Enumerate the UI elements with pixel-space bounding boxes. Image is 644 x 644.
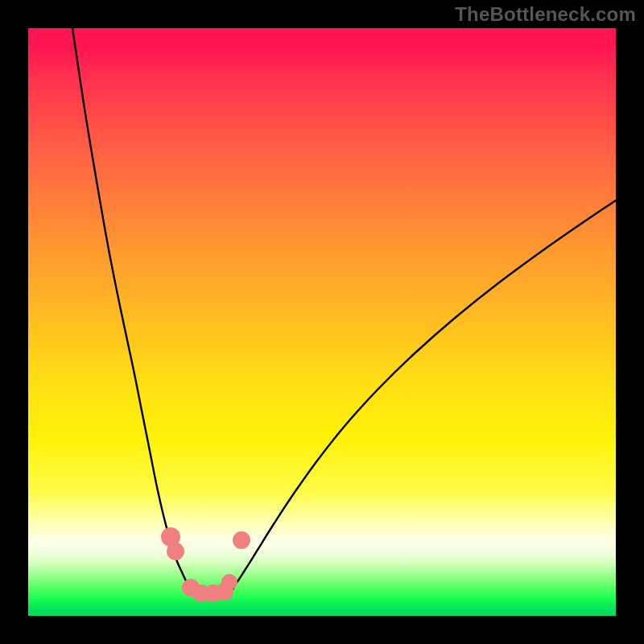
marker-dots (161, 527, 250, 602)
marker-dot (221, 574, 237, 590)
watermark-text: TheBottleneck.com (455, 3, 636, 26)
marker-dot (233, 531, 250, 549)
chart-frame: TheBottleneck.com (0, 0, 644, 644)
plot-area (28, 28, 616, 616)
bottleneck-curve (72, 28, 616, 592)
curve-layer (28, 28, 616, 616)
curve-path (72, 28, 616, 592)
marker-dot (167, 543, 184, 560)
